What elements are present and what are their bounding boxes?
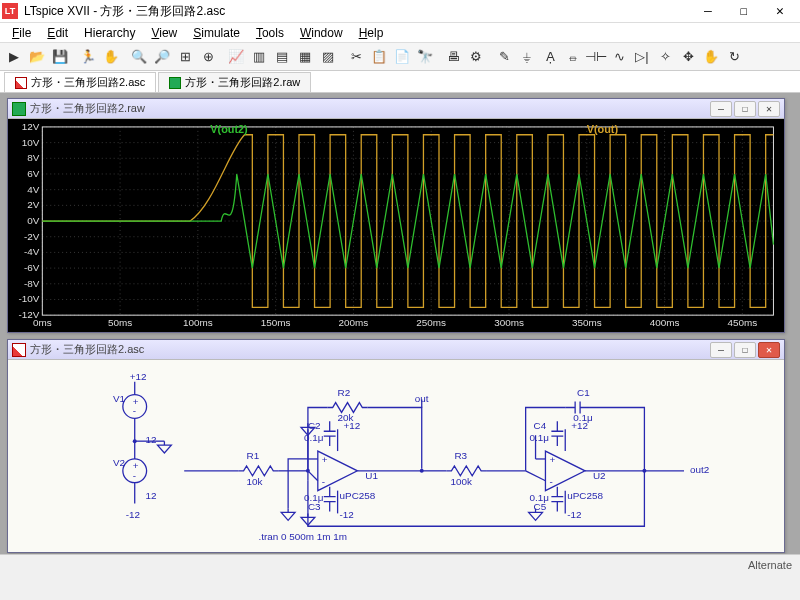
wave-max-button[interactable]: ☐ <box>734 101 756 117</box>
svg-text:350ms: 350ms <box>572 317 602 328</box>
waveform-window: 方形・三角形回路2.raw — ☐ ✕ 12V10V8V6V4V2V0V-2V-… <box>7 98 785 333</box>
label-icon[interactable]: Ạ <box>539 46 561 68</box>
svg-text:uPC258: uPC258 <box>567 490 603 501</box>
svg-text:V1: V1 <box>113 393 126 404</box>
open-icon[interactable]: 📂 <box>26 46 48 68</box>
menu-hierarchy[interactable]: Hierarchy <box>76 24 143 42</box>
svg-text:200ms: 200ms <box>339 317 369 328</box>
zoom-back-icon[interactable]: 🔎 <box>151 46 173 68</box>
rotate-icon[interactable]: ↻ <box>723 46 745 68</box>
svg-text:-12: -12 <box>126 509 140 520</box>
schematic-icon <box>15 77 27 89</box>
svg-text:400ms: 400ms <box>650 317 680 328</box>
svg-text:8V: 8V <box>27 152 40 163</box>
menu-edit[interactable]: Edit <box>39 24 76 42</box>
svg-text:20k: 20k <box>338 412 354 423</box>
drag-icon[interactable]: ✋ <box>700 46 722 68</box>
schematic-canvas[interactable]: +12+-V112+-V212-12R110k+-U1uPC258C20.1μ+… <box>8 360 784 552</box>
draw-wire-icon[interactable]: ✎ <box>493 46 515 68</box>
copy-icon[interactable]: 📋 <box>368 46 390 68</box>
close-button[interactable]: ✕ <box>762 0 798 22</box>
svg-text:2V: 2V <box>27 199 40 210</box>
cascade-icon[interactable]: ▦ <box>294 46 316 68</box>
setup-icon[interactable]: ⚙ <box>465 46 487 68</box>
menu-view[interactable]: View <box>143 24 185 42</box>
svg-text:0V: 0V <box>27 215 40 226</box>
zoom-area-icon[interactable]: 🔍 <box>128 46 150 68</box>
paste-icon[interactable]: 📄 <box>391 46 413 68</box>
move-icon[interactable]: ✥ <box>677 46 699 68</box>
wave-titlebar[interactable]: 方形・三角形回路2.raw — ☐ ✕ <box>8 99 784 119</box>
cap-icon[interactable]: ⊣⊢ <box>585 46 607 68</box>
menu-bar: FFileile Edit Hierarchy View Simulate To… <box>0 23 800 43</box>
ground-icon[interactable]: ⏚ <box>516 46 538 68</box>
new-sch-icon[interactable]: ▶ <box>3 46 25 68</box>
svg-text:+: + <box>549 454 555 465</box>
inductor-icon[interactable]: ∿ <box>608 46 630 68</box>
svg-text:V(out): V(out) <box>587 123 619 135</box>
svg-text:uPC258: uPC258 <box>340 490 376 501</box>
menu-file[interactable]: FFileile <box>4 24 39 42</box>
svg-text:4V: 4V <box>27 184 40 195</box>
svg-text:12: 12 <box>146 434 157 445</box>
menu-window[interactable]: Window <box>292 24 351 42</box>
print-icon[interactable]: 🖶 <box>442 46 464 68</box>
waveform-plot[interactable]: 12V10V8V6V4V2V0V-2V-4V-6V-8V-10V-12V0ms5… <box>8 119 784 332</box>
svg-text:C4: C4 <box>534 420 547 431</box>
svg-text:6V: 6V <box>27 168 40 179</box>
sch-max-button[interactable]: ☐ <box>734 342 756 358</box>
svg-text:-12: -12 <box>340 509 354 520</box>
sch-close-button[interactable]: ✕ <box>758 342 780 358</box>
svg-text:out2: out2 <box>690 464 709 475</box>
menu-simulate[interactable]: Simulate <box>185 24 248 42</box>
svg-text:-2V: -2V <box>24 231 40 242</box>
diode-icon[interactable]: ▷| <box>631 46 653 68</box>
svg-text:-: - <box>322 476 325 487</box>
find-icon[interactable]: 🔭 <box>414 46 436 68</box>
sch-titlebar[interactable]: 方形・三角形回路2.asc — ☐ ✕ <box>8 340 784 360</box>
menu-tools[interactable]: Tools <box>248 24 292 42</box>
sch-title: 方形・三角形回路2.asc <box>30 342 144 357</box>
svg-text:0.1μ: 0.1μ <box>530 432 549 443</box>
resistor-icon[interactable]: ⏛ <box>562 46 584 68</box>
svg-text:C5: C5 <box>534 501 547 512</box>
status-mode: Alternate <box>748 559 792 571</box>
svg-point-94 <box>306 469 310 473</box>
svg-text:-12: -12 <box>567 509 581 520</box>
svg-text:C2: C2 <box>308 420 321 431</box>
sch-window-icon <box>12 343 26 357</box>
toolbar: ▶ 📂 💾 🏃 ✋ 🔍 🔎 ⊞ ⊕ 📈 ▥ ▤ ▦ ▨ ✂ 📋 📄 🔭 🖶 ⚙ … <box>0 43 800 71</box>
menu-help[interactable]: Help <box>351 24 392 42</box>
tab-waveform[interactable]: 方形・三角形回路2.raw <box>158 72 311 92</box>
maximize-button[interactable]: ☐ <box>726 0 762 22</box>
svg-text:12: 12 <box>146 490 157 501</box>
tile-h-icon[interactable]: ▤ <box>271 46 293 68</box>
cut-icon[interactable]: ✂ <box>345 46 367 68</box>
tile-v-icon[interactable]: ▥ <box>248 46 270 68</box>
svg-text:250ms: 250ms <box>416 317 446 328</box>
sch-min-button[interactable]: — <box>710 342 732 358</box>
window-title: LTspice XVII - 方形・三角形回路2.asc <box>24 3 690 20</box>
autorange-icon[interactable]: 📈 <box>225 46 247 68</box>
close-all-icon[interactable]: ▨ <box>317 46 339 68</box>
svg-text:12V: 12V <box>22 121 40 132</box>
component-icon[interactable]: ✧ <box>654 46 676 68</box>
wave-close-button[interactable]: ✕ <box>758 101 780 117</box>
svg-text:R3: R3 <box>454 450 467 461</box>
halt-icon[interactable]: ✋ <box>100 46 122 68</box>
wave-window-icon <box>12 102 26 116</box>
pan-icon[interactable]: ⊕ <box>197 46 219 68</box>
wave-min-button[interactable]: — <box>710 101 732 117</box>
svg-text:-10V: -10V <box>18 293 39 304</box>
svg-text:C1: C1 <box>577 387 590 398</box>
run-icon[interactable]: 🏃 <box>77 46 99 68</box>
tab-raw-label: 方形・三角形回路2.raw <box>185 75 300 90</box>
svg-text:-4V: -4V <box>24 246 40 257</box>
tab-sch-label: 方形・三角形回路2.asc <box>31 75 145 90</box>
tab-schematic[interactable]: 方形・三角形回路2.asc <box>4 72 156 92</box>
svg-text:0.1μ: 0.1μ <box>573 412 592 423</box>
save-icon[interactable]: 💾 <box>49 46 71 68</box>
zoom-extents-icon[interactable]: ⊞ <box>174 46 196 68</box>
svg-text:V2: V2 <box>113 457 125 468</box>
minimize-button[interactable]: — <box>690 0 726 22</box>
